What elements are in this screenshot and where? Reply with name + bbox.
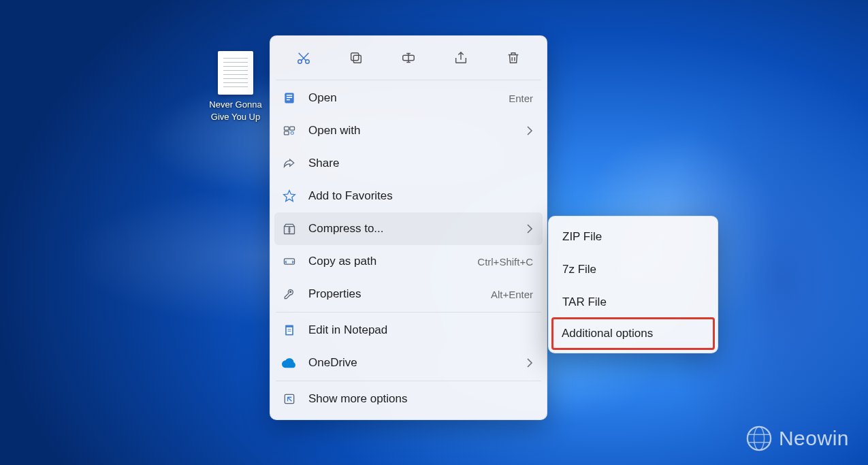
menu-item-open[interactable]: Open Enter — [274, 82, 543, 114]
notepad-icon — [281, 322, 298, 338]
submenu-item-additional[interactable]: Additional options — [551, 317, 715, 350]
menu-item-more-options[interactable]: Show more options — [274, 383, 543, 415]
menu-item-label: Show more options — [308, 392, 533, 406]
chevron-right-icon — [526, 358, 533, 368]
menu-item-label: Properties — [308, 287, 491, 301]
properties-icon — [281, 286, 298, 302]
svg-point-0 — [298, 60, 302, 64]
desktop-file-icon[interactable]: Never Gonna Give You Up — [203, 51, 268, 123]
divider — [276, 381, 541, 381]
divider — [276, 312, 541, 312]
watermark-text: Neowin — [779, 427, 849, 450]
menu-item-share[interactable]: Share — [274, 147, 543, 180]
menu-item-open-with[interactable]: Open with — [274, 114, 543, 147]
menu-item-label: OneDrive — [308, 356, 519, 370]
menu-item-label: Open — [308, 91, 509, 105]
neowin-logo-icon — [746, 426, 772, 451]
svg-rect-7 — [287, 97, 292, 98]
submenu-item-label: ZIP File — [562, 230, 602, 244]
svg-rect-10 — [290, 127, 295, 130]
chevron-right-icon — [526, 224, 533, 234]
svg-rect-17 — [288, 329, 291, 330]
svg-rect-9 — [285, 127, 289, 130]
copy-path-icon — [281, 253, 298, 270]
menu-item-label: Share — [308, 157, 533, 170]
menu-item-label: Open with — [308, 124, 519, 138]
menu-item-label: Compress to... — [308, 222, 519, 236]
open-with-icon — [281, 123, 298, 139]
compress-submenu: ZIP File 7z File TAR File Additional opt… — [548, 216, 718, 353]
menu-item-copy-path[interactable]: Copy as path Ctrl+Shift+C — [274, 245, 543, 278]
cut-icon[interactable] — [289, 44, 318, 71]
divider — [276, 80, 541, 80]
submenu-item-label: 7z File — [562, 263, 596, 276]
svg-rect-6 — [287, 95, 292, 96]
copy-icon[interactable] — [342, 44, 370, 71]
menu-item-edit-notepad[interactable]: Edit in Notepad — [274, 314, 543, 347]
submenu-item-zip[interactable]: ZIP File — [553, 221, 713, 253]
menu-item-label: Edit in Notepad — [308, 323, 533, 337]
menu-item-shortcut: Ctrl+Shift+C — [477, 256, 533, 268]
submenu-item-7z[interactable]: 7z File — [553, 253, 713, 286]
svg-rect-11 — [285, 131, 289, 135]
submenu-item-tar[interactable]: TAR File — [553, 286, 713, 319]
file-label: Never Gonna Give You Up — [203, 99, 268, 123]
more-options-icon — [281, 391, 298, 407]
svg-rect-8 — [287, 99, 290, 101]
submenu-item-label: Additional options — [562, 327, 653, 340]
menu-item-compress[interactable]: Compress to... — [274, 212, 543, 245]
chevron-right-icon — [526, 126, 533, 135]
menu-item-label: Add to Favorites — [308, 189, 533, 203]
menu-item-properties[interactable]: Properties Alt+Enter — [274, 278, 543, 310]
compress-icon — [281, 221, 298, 237]
menu-item-shortcut: Enter — [509, 93, 533, 104]
rename-icon[interactable] — [394, 44, 423, 71]
svg-rect-2 — [353, 55, 361, 63]
menu-item-shortcut: Alt+Enter — [491, 289, 533, 300]
open-icon — [281, 90, 298, 106]
context-menu-toolbar — [274, 40, 543, 78]
star-icon — [281, 188, 298, 204]
menu-item-label: Copy as path — [308, 255, 477, 268]
text-file-icon — [218, 51, 253, 95]
submenu-item-label: TAR File — [562, 295, 607, 309]
onedrive-icon — [281, 355, 298, 371]
svg-point-1 — [305, 60, 309, 64]
share-arrow-icon — [281, 155, 298, 172]
svg-rect-18 — [288, 331, 291, 332]
delete-icon[interactable] — [499, 44, 528, 71]
menu-item-favorites[interactable]: Add to Favorites — [274, 180, 543, 212]
svg-point-14 — [290, 291, 291, 293]
context-menu: Open Enter Open with Share Add to Favori… — [270, 35, 547, 420]
svg-rect-3 — [351, 53, 358, 61]
share-icon[interactable] — [447, 44, 475, 71]
menu-item-onedrive[interactable]: OneDrive — [274, 347, 543, 379]
svg-point-21 — [754, 427, 764, 450]
watermark: Neowin — [746, 426, 849, 451]
